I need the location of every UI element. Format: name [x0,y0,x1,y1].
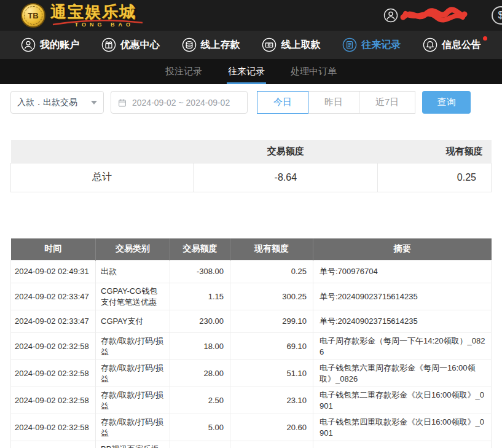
summary-total-balance: 0.25 [378,163,492,192]
records-header-row: 时间 交易类别 交易额度 现有额度 摘要 [11,238,492,261]
topbar-right: $ [383,6,502,25]
cell-summary: 单号:700976704 [313,261,492,283]
cell-amount: 18.00 [170,333,230,360]
summary-header-balance: 现有额度 [378,140,492,163]
redaction-scribble [399,6,468,25]
cell-balance: 0.25 [230,261,313,283]
summary-header-row: 交易额度 现有额度 [11,140,492,163]
nav-item-transaction-records[interactable]: 往来记录 [342,37,401,52]
summary-total-row: 总计 -8.64 0.25 [11,163,492,192]
header-summary: 摘要 [313,238,492,261]
main-nav: 我的账户 优惠中心 线上存款 线上取款 往来记录 信息公告 [0,31,502,59]
table-row: 2024-09-02 02:32:58存款/取款/打码/损益5.0020.60电… [11,414,492,441]
summary-total-amount: -8.64 [194,163,378,192]
nav-item-promotions[interactable]: 优惠中心 [101,37,160,52]
deposit-icon [182,37,197,52]
cell-balance: 69.10 [230,333,313,360]
table-row: 2024-09-02 02:32:58存款/取款/打码/损益2.5023.10电… [11,387,492,414]
cell-type: CGPAY支付 [96,310,170,333]
cell-amount: 14.71 [170,441,230,448]
coin-label: TB [28,11,38,20]
nav-item-my-account[interactable]: 我的账户 [21,37,79,52]
cell-summary: 电子周存款彩金（每周一下午14:20领取）_0826 [313,333,492,360]
records-section: 时间 交易类别 交易额度 现有额度 摘要 2024-09-02 02:49:31… [10,238,492,448]
cell-summary: 单号:202409023715614235 [313,310,492,333]
header-type: 交易类别 [96,238,170,261]
table-row: 2024-09-02 02:33:47CGPAY支付230.00299.10单号… [11,310,492,333]
table-row: 2024-09-02 02:49:31出款-308.000.25单号:70097… [11,261,492,283]
user-icon [21,37,36,52]
nav-item-online-deposit[interactable]: 线上存款 [182,37,240,52]
top-bar: TB 通宝娱乐城 TONG BAO $ [0,0,502,31]
transaction-type-select[interactable]: 入款．出款交易 [10,91,104,114]
cell-type: 存款/取款/打码/损益 [96,360,170,387]
cell-summary: 电子钱包第二重存款彩金《次日16:00领取》_0901 [313,387,492,414]
cell-type: 存款/取款/打码/损益 [96,333,170,360]
coin-logo-icon: TB [21,3,45,28]
date-range-input[interactable]: 2024-09-02 ~ 2024-09-02 [111,91,248,114]
cell-amount: 28.00 [170,360,230,387]
cell-summary: 电子钱包第四重取款彩金《次日16:00领取》_0901 [313,414,492,441]
nav-label: 线上取款 [281,39,320,52]
cell-time: 2024-09-02 02:32:58 [11,387,96,414]
brand-logo[interactable]: TB 通宝娱乐城 TONG BAO [21,3,136,28]
cell-balance: 299.10 [230,310,313,333]
chevron-down-icon [91,101,97,104]
currency-icon[interactable]: $ [492,6,502,25]
tab-transaction-records[interactable]: 往来记录 [227,59,266,84]
table-row: 2024-09-02 02:33:47CGPAY-CG钱包支付笔笔送优惠1.15… [11,283,492,310]
cell-amount: 2.50 [170,387,230,414]
search-button[interactable]: 查询 [422,91,471,114]
tab-label: 投注记录 [165,66,202,77]
cell-summary: 系统派发_2024-09-01 [313,441,492,448]
filter-bar: 入款．出款交易 2024-09-02 ~ 2024-09-02 今日 昨日 近7… [0,84,502,114]
nav-item-announcements[interactable]: 信息公告 [423,37,481,52]
date-range-value: 2024-09-02 ~ 2024-09-02 [132,98,230,108]
last-7-days-button[interactable]: 近7日 [359,91,415,114]
cell-summary: 单号:202409023715614235 [313,283,492,310]
nav-label: 我的账户 [40,39,79,52]
yesterday-button[interactable]: 昨日 [308,91,359,114]
tab-label: 往来记录 [228,66,265,77]
records-table: 时间 交易类别 交易额度 现有额度 摘要 2024-09-02 02:49:31… [10,238,492,448]
cell-type: BB视讯百家乐返点 [96,441,170,448]
tab-processing-orders[interactable]: 处理中订单 [289,59,338,84]
cell-time: 2024-09-02 02:32:58 [11,414,96,441]
transaction-type-value: 入款．出款交易 [17,97,77,108]
cell-time: 2024-09-02 02:32:58 [11,360,96,387]
tab-label: 处理中订单 [291,66,337,77]
summary-section: 交易额度 现有额度 总计 -8.64 0.25 [10,140,492,192]
brand-title: 通宝娱乐城 [50,4,136,20]
nav-label: 信息公告 [442,39,481,52]
cell-type: 存款/取款/打码/损益 [96,414,170,441]
user-avatar-icon[interactable] [383,8,398,23]
header-time: 时间 [11,238,96,261]
cell-balance: 51.10 [230,360,313,387]
cell-balance: 300.25 [230,283,313,310]
cell-amount: 1.15 [170,283,230,310]
nav-label: 往来记录 [361,39,401,52]
records-icon [342,37,357,52]
table-row: 2024-09-02 02:32:58存款/取款/打码/损益18.0069.10… [11,333,492,360]
cell-type: CGPAY-CG钱包支付笔笔送优惠 [96,283,170,310]
nav-label: 线上存款 [201,39,240,52]
brand-text: 通宝娱乐城 TONG BAO [50,4,136,28]
cell-amount: 5.00 [170,414,230,441]
gift-icon [101,37,116,52]
cell-amount: 230.00 [170,310,230,333]
summary-table: 交易额度 现有额度 总计 -8.64 0.25 [10,140,492,192]
quick-range-group: 今日 昨日 近7日 [257,91,415,114]
table-row: 2024-09-02 02:08:01BB视讯百家乐返点14.7115.60系统… [11,441,492,448]
cell-time: 2024-09-02 02:33:47 [11,310,96,333]
cell-balance: 20.60 [230,414,313,441]
tab-betting-records[interactable]: 投注记录 [164,59,203,84]
calendar-icon [117,98,127,108]
cell-time: 2024-09-02 02:32:58 [11,333,96,360]
cell-time: 2024-09-02 02:08:01 [11,441,96,448]
nav-item-online-withdrawal[interactable]: 线上取款 [262,37,320,52]
header-amount: 交易额度 [170,238,230,261]
today-button[interactable]: 今日 [257,91,308,114]
cell-time: 2024-09-02 02:33:47 [11,283,96,310]
table-row: 2024-09-02 02:32:58存款/取款/打码/损益28.0051.10… [11,360,492,387]
records-table-body: 2024-09-02 02:49:31出款-308.000.25单号:70097… [11,261,492,448]
